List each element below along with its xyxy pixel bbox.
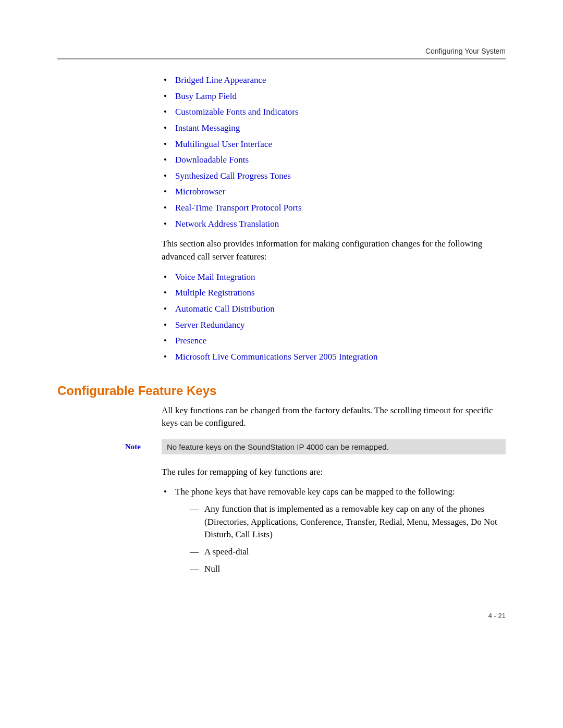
- running-head: Configuring Your System: [57, 47, 506, 55]
- rules-sub-list: Any function that is implemented as a re…: [189, 503, 506, 575]
- link-nat[interactable]: Network Address Translation: [175, 219, 279, 229]
- link-downloadable-fonts[interactable]: Downloadable Fonts: [175, 155, 249, 165]
- link-rtp-ports[interactable]: Real-Time Transport Protocol Ports: [175, 203, 302, 213]
- rules-bullet-intro: The phone keys that have removable key c…: [175, 487, 455, 497]
- link-ms-lcs-2005[interactable]: Microsoft Live Communications Server 200…: [175, 352, 378, 362]
- sub-bullet-1: Any function that is implemented as a re…: [189, 503, 506, 541]
- section-para-2: The rules for remapping of key functions…: [162, 466, 506, 479]
- link-presence[interactable]: Presence: [175, 336, 206, 346]
- link-voice-mail-integration[interactable]: Voice Mail Integration: [175, 272, 255, 282]
- sub-bullet-2: A speed-dial: [189, 546, 506, 559]
- section-body: All key functions can be changed from th…: [162, 404, 506, 430]
- note-text: No feature keys on the SoundStation IP 4…: [162, 439, 506, 454]
- header-rule: [57, 58, 506, 59]
- link-multiple-registrations[interactable]: Multiple Registrations: [175, 288, 255, 298]
- advanced-link-list: Voice Mail Integration Multiple Registra…: [162, 271, 506, 364]
- link-microbrowser[interactable]: Microbrowser: [175, 187, 225, 196]
- link-instant-messaging[interactable]: Instant Messaging: [175, 123, 240, 133]
- link-synthesized-tones[interactable]: Synthesized Call Progress Tones: [175, 171, 291, 181]
- section-body-2: The rules for remapping of key functions…: [162, 466, 506, 575]
- note-label: Note: [125, 439, 162, 451]
- content-column: Bridged Line Appearance Busy Lamp Field …: [162, 74, 506, 364]
- intro-paragraph: This section also provides information f…: [162, 238, 506, 263]
- link-customizable-fonts[interactable]: Customizable Fonts and Indicators: [175, 107, 299, 117]
- page-number: 4 - 21: [57, 612, 506, 620]
- note-callout: Note No feature keys on the SoundStation…: [57, 439, 506, 454]
- section-heading-configurable-feature-keys: Configurable Feature Keys: [57, 384, 506, 398]
- link-busy-lamp-field[interactable]: Busy Lamp Field: [175, 91, 237, 101]
- link-bridged-line-appearance[interactable]: Bridged Line Appearance: [175, 75, 266, 85]
- feature-link-list: Bridged Line Appearance Busy Lamp Field …: [162, 74, 506, 230]
- rules-list-item: The phone keys that have removable key c…: [162, 486, 506, 575]
- link-acd[interactable]: Automatic Call Distribution: [175, 304, 275, 314]
- link-server-redundancy[interactable]: Server Redundancy: [175, 320, 245, 330]
- section-para-1: All key functions can be changed from th…: [162, 404, 506, 430]
- link-multilingual-ui[interactable]: Multilingual User Interface: [175, 139, 272, 149]
- document-page: Configuring Your System Bridged Line App…: [0, 0, 563, 651]
- sub-bullet-3: Null: [189, 563, 506, 576]
- rules-list: The phone keys that have removable key c…: [162, 486, 506, 575]
